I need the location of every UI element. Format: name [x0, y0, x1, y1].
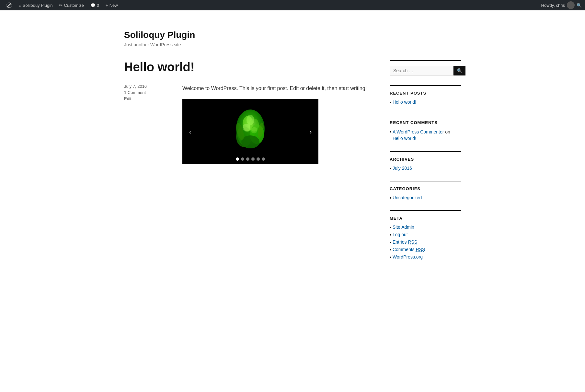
search-input[interactable]: [390, 66, 453, 75]
post-meta: July 7, 2016 1 Comment Edit: [124, 84, 182, 101]
site-main: Hello world! July 7, 2016 1 Comment Edit…: [114, 60, 471, 270]
meta-link-logout[interactable]: Log out: [393, 232, 408, 237]
sidebar-recent-comments: RECENT COMMENTS A WordPress Commenter on…: [390, 115, 461, 142]
slider: ‹ ›: [182, 99, 318, 164]
meta-link-wordpress-org[interactable]: WordPress.org: [393, 254, 423, 259]
svg-point-6: [243, 124, 250, 132]
sidebar-archives: ARCHIVES July 2016: [390, 151, 461, 171]
recent-posts-title: RECENT POSTS: [390, 91, 461, 96]
adminbar-wp-logo[interactable]: [3, 0, 15, 10]
adminbar-comments-icon: 💬: [90, 3, 96, 8]
admin-bar: ⌂ Soliloquy Plugin ✏ Customize 💬 0 + New…: [0, 0, 585, 10]
list-item: Uncategorized: [390, 195, 461, 201]
meta-link-site-admin[interactable]: Site Admin: [393, 225, 414, 230]
adminbar-search-icon[interactable]: 🔍: [577, 3, 582, 8]
site-description: Just another WordPress site: [124, 42, 471, 47]
post-body: July 7, 2016 1 Comment Edit Welcome to W…: [124, 84, 370, 164]
site-wrapper: Soliloquy Plugin Just another WordPress …: [0, 10, 585, 392]
adminbar-new-icon: +: [106, 3, 108, 8]
slider-dots: [236, 157, 265, 161]
meta-list: Site Admin Log out Entries RSS Comments …: [390, 225, 461, 260]
post-article: Hello world! July 7, 2016 1 Comment Edit…: [124, 60, 370, 164]
meta-link-entries-rss[interactable]: Entries RSS: [393, 239, 417, 245]
site-title[interactable]: Soliloquy Plugin: [124, 30, 471, 40]
categories-list: Uncategorized: [390, 195, 461, 201]
adminbar-new[interactable]: + New: [103, 0, 120, 10]
recent-comment-text: A WordPress Commenter on Hello world!: [393, 129, 461, 142]
sidebar: 🔍 RECENT POSTS Hello world! RECENT COMME…: [390, 60, 461, 270]
post-title: Hello world!: [124, 60, 370, 74]
archive-link-1[interactable]: July 2016: [393, 166, 412, 171]
search-button[interactable]: 🔍: [453, 66, 465, 75]
site-header: Soliloquy Plugin Just another WordPress …: [114, 10, 471, 60]
recent-comments-title: RECENT COMMENTS: [390, 120, 461, 125]
sidebar-recent-posts: RECENT POSTS Hello world!: [390, 85, 461, 105]
post-date: July 7, 2016: [124, 84, 182, 89]
slider-dot-3[interactable]: [246, 157, 249, 161]
list-item: A WordPress Commenter on Hello world!: [390, 129, 461, 142]
on-text: on: [445, 129, 450, 134]
svg-point-10: [247, 115, 254, 125]
adminbar-site-name[interactable]: ⌂ Soliloquy Plugin: [16, 0, 55, 10]
post-text: Welcome to WordPress. This is your first…: [182, 84, 370, 93]
adminbar-customize[interactable]: ✏ Customize: [56, 0, 86, 10]
adminbar-site-icon: ⌂: [19, 3, 21, 8]
svg-point-7: [251, 127, 257, 133]
slider-next-button[interactable]: ›: [305, 126, 316, 137]
recent-posts-list: Hello world!: [390, 99, 461, 105]
slider-prev-button[interactable]: ‹: [185, 126, 195, 137]
post-edit-link[interactable]: Edit: [124, 96, 182, 101]
commenter-link[interactable]: A WordPress Commenter: [393, 129, 444, 134]
adminbar-howdy: Howdy, chris: [541, 3, 565, 8]
list-item: Log out: [390, 232, 461, 237]
meta-title: META: [390, 216, 461, 221]
list-item: Site Admin: [390, 225, 461, 230]
list-item: Entries RSS: [390, 239, 461, 245]
post-content: Welcome to WordPress. This is your first…: [182, 84, 370, 164]
post-comments[interactable]: 1 Comment: [124, 90, 182, 95]
commented-post-link[interactable]: Hello world!: [393, 136, 416, 141]
slider-image: [224, 106, 276, 157]
slider-dot-5[interactable]: [257, 157, 260, 161]
category-link-1[interactable]: Uncategorized: [393, 195, 422, 200]
adminbar-avatar: [567, 1, 575, 9]
slider-dot-2[interactable]: [241, 157, 244, 161]
adminbar-comments[interactable]: 💬 0: [88, 0, 102, 10]
archives-title: ARCHIVES: [390, 157, 461, 162]
adminbar-customize-icon: ✏: [59, 3, 63, 8]
sidebar-meta: META Site Admin Log out Entries RSS Comm…: [390, 210, 461, 260]
categories-title: CATEGORIES: [390, 186, 461, 191]
list-item: July 2016: [390, 166, 461, 171]
slider-dot-1[interactable]: [236, 157, 239, 161]
meta-link-comments-rss[interactable]: Comments RSS: [393, 247, 425, 252]
sidebar-categories: CATEGORIES Uncategorized: [390, 181, 461, 201]
sidebar-search-section: 🔍: [390, 60, 461, 75]
recent-post-link-1[interactable]: Hello world!: [393, 99, 416, 105]
search-icon: 🔍: [457, 68, 462, 73]
svg-point-5: [241, 135, 259, 148]
list-item: Comments RSS: [390, 247, 461, 252]
archives-list: July 2016: [390, 166, 461, 171]
content-area: Hello world! July 7, 2016 1 Comment Edit…: [124, 60, 370, 270]
list-item: Hello world!: [390, 99, 461, 105]
slider-dot-4[interactable]: [251, 157, 255, 161]
list-item: WordPress.org: [390, 254, 461, 260]
slider-dot-6[interactable]: [262, 157, 265, 161]
